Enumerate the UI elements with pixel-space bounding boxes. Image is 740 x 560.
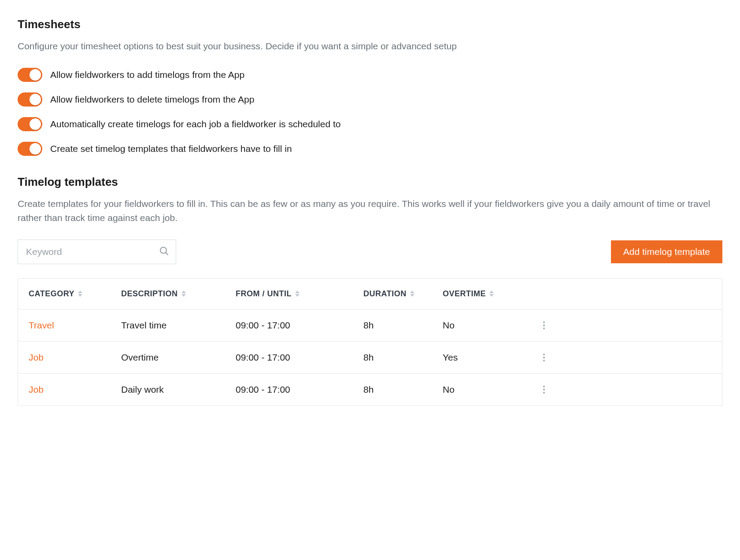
toggle-row-add: Allow fieldworkers to add timelogs from …: [18, 68, 722, 82]
templates-toolbar: Add timelog template: [18, 239, 722, 264]
svg-marker-10: [489, 291, 494, 293]
cell-description: Overtime: [121, 352, 236, 363]
svg-point-18: [543, 385, 545, 387]
templates-table: CATEGORY DESCRIPTION FROM / UNTIL: [18, 278, 722, 406]
cell-from-until: 09:00 - 17:00: [236, 320, 363, 331]
cell-overtime: No: [443, 320, 522, 331]
svg-marker-4: [181, 291, 186, 293]
svg-point-13: [543, 324, 545, 326]
toggle-set-templates[interactable]: [18, 142, 42, 156]
table-row: Job Overtime 09:00 - 17:00 8h Yes: [18, 342, 722, 374]
svg-marker-2: [78, 291, 82, 293]
toggle-label: Automatically create timelogs for each j…: [50, 119, 341, 129]
toggle-delete-timelogs[interactable]: [18, 92, 42, 107]
svg-marker-7: [295, 294, 300, 297]
table-row: Job Daily work 09:00 - 17:00 8h No: [18, 374, 722, 405]
cell-duration: 8h: [363, 320, 443, 331]
templates-title: Timelog templates: [18, 175, 722, 189]
more-vertical-icon: [540, 384, 548, 395]
toggle-row-delete: Allow fieldworkers to delete timelogs fr…: [18, 92, 722, 107]
col-label: OVERTIME: [443, 289, 486, 298]
templates-section: Timelog templates Create templates for y…: [18, 175, 722, 406]
cell-overtime: Yes: [443, 352, 522, 363]
svg-point-19: [543, 388, 545, 390]
col-label: FROM / UNTIL: [236, 289, 292, 298]
svg-marker-9: [410, 294, 414, 297]
col-label: DESCRIPTION: [121, 289, 178, 298]
cell-category[interactable]: Travel: [29, 320, 121, 331]
svg-marker-8: [410, 291, 414, 293]
search-wrap: [18, 239, 176, 264]
sort-icon: [410, 291, 414, 297]
cell-description: Travel time: [121, 320, 236, 331]
sort-icon: [295, 291, 300, 297]
svg-point-15: [543, 353, 545, 355]
svg-point-16: [543, 356, 545, 358]
toggle-label: Allow fieldworkers to delete timelogs fr…: [50, 94, 254, 105]
svg-marker-3: [78, 294, 82, 297]
timesheets-section: Timesheets Configure your timesheet opti…: [18, 18, 722, 156]
cell-overtime: No: [443, 384, 522, 395]
svg-point-17: [543, 359, 545, 361]
col-overtime[interactable]: OVERTIME: [443, 289, 522, 298]
cell-description: Daily work: [121, 384, 236, 395]
svg-marker-11: [489, 294, 494, 297]
row-menu-button[interactable]: [522, 320, 548, 331]
sort-icon: [181, 291, 186, 297]
col-duration[interactable]: DURATION: [363, 289, 443, 298]
col-label: DURATION: [363, 289, 407, 298]
search-input[interactable]: [18, 239, 176, 264]
col-from-until[interactable]: FROM / UNTIL: [236, 289, 363, 298]
toggle-row-auto: Automatically create timelogs for each j…: [18, 117, 722, 131]
col-description[interactable]: DESCRIPTION: [121, 289, 236, 298]
cell-category[interactable]: Job: [29, 352, 121, 363]
svg-marker-6: [295, 291, 300, 293]
row-menu-button[interactable]: [522, 352, 548, 363]
row-menu-button[interactable]: [522, 384, 548, 395]
svg-point-12: [543, 321, 545, 323]
timesheets-desc: Configure your timesheet options to best…: [18, 39, 722, 54]
table-row: Travel Travel time 09:00 - 17:00 8h No: [18, 309, 722, 342]
toggle-auto-create[interactable]: [18, 117, 42, 131]
toggle-label: Create set timelog templates that fieldw…: [50, 144, 292, 154]
timesheets-title: Timesheets: [18, 18, 722, 31]
templates-desc: Create templates for your fieldworkers t…: [18, 197, 722, 225]
toggle-label: Allow fieldworkers to add timelogs from …: [50, 70, 244, 80]
svg-point-20: [543, 391, 545, 393]
svg-marker-5: [181, 294, 186, 297]
toggle-row-templates: Create set timelog templates that fieldw…: [18, 142, 722, 156]
svg-point-14: [543, 327, 545, 329]
cell-from-until: 09:00 - 17:00: [236, 384, 363, 395]
more-vertical-icon: [540, 320, 548, 331]
add-timelog-template-button[interactable]: Add timelog template: [611, 240, 722, 263]
sort-icon: [78, 291, 82, 297]
cell-from-until: 09:00 - 17:00: [236, 352, 363, 363]
toggle-add-timelogs[interactable]: [18, 68, 42, 82]
table-header: CATEGORY DESCRIPTION FROM / UNTIL: [18, 279, 722, 309]
cell-duration: 8h: [363, 384, 443, 395]
cell-duration: 8h: [363, 352, 443, 363]
cell-category[interactable]: Job: [29, 384, 121, 395]
sort-icon: [489, 291, 494, 297]
more-vertical-icon: [540, 352, 548, 363]
col-category[interactable]: CATEGORY: [29, 289, 121, 298]
col-label: CATEGORY: [29, 289, 74, 298]
